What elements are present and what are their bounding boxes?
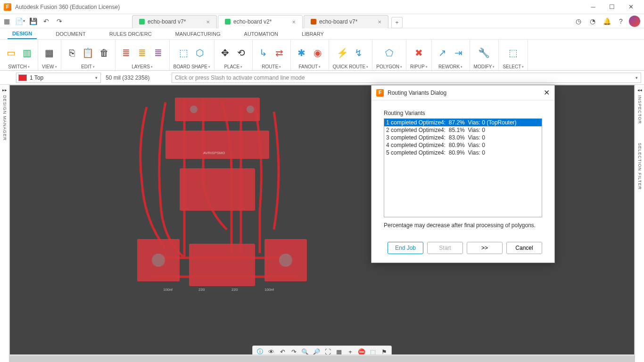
variant-row[interactable]: 2 completed Optimize4: 85.1% Vias: 0	[384, 126, 542, 134]
autoroute-icon[interactable]: ⚡	[336, 46, 350, 60]
ribbon-label: REWORK	[438, 64, 462, 69]
via-icon[interactable]: ◉	[311, 46, 325, 60]
document-tabs: echo-board v7* × echo-board v2* × echo-b…	[132, 14, 403, 28]
ribbon-group-select[interactable]: ⬚ SELECT	[499, 40, 528, 70]
next-button[interactable]: >>	[467, 242, 503, 254]
select-icon[interactable]: ⬚	[506, 46, 520, 60]
paste-icon[interactable]: 📋	[81, 46, 95, 60]
dialog-titlebar[interactable]: F Routing Variants Dialog ✕	[372, 85, 554, 100]
start-button[interactable]: Start	[427, 242, 463, 254]
ribbon-group-rework[interactable]: ↗⇥ REWORK	[432, 40, 470, 70]
ribbon-group-quick-route[interactable]: ⚡↯ QUICK ROUTE	[329, 40, 372, 70]
new-tab-button[interactable]: +	[391, 17, 403, 28]
command-line-input[interactable]: Click or press Slash to activate command…	[172, 73, 641, 83]
ribbon-toolbar: ▭▥ SWITCH ▦ VIEW ⎘📋🗑 EDIT ≣≣≣ LAYERS ⬚⬡ …	[0, 40, 644, 71]
variants-listbox[interactable]: 1 completed Optimize4: 87.2% Vias: 0 (To…	[384, 118, 542, 217]
polygon-icon[interactable]: ⬠	[382, 46, 396, 60]
user-avatar[interactable]	[629, 16, 640, 27]
move-icon[interactable]: ✥	[218, 46, 232, 60]
dialog-close-icon[interactable]: ✕	[544, 88, 550, 97]
save-icon[interactable]: 💾	[26, 15, 40, 28]
workspace-tab-design[interactable]: DESIGN	[8, 29, 37, 39]
ribbon-group-layers[interactable]: ≣≣≣ LAYERS	[116, 40, 170, 70]
scrollbar-thumb[interactable]	[9, 355, 635, 362]
left-panel-collapsed[interactable]: ▸▸ DESIGN MANAGER	[0, 85, 9, 362]
close-button[interactable]: ✕	[621, 0, 640, 14]
ribbon-group-route[interactable]: ↳⇄ ROUTE	[253, 40, 291, 70]
tab-close-icon[interactable]: ×	[206, 18, 210, 25]
maximize-button[interactable]: ☐	[603, 0, 621, 14]
job-status-icon[interactable]: ◔	[586, 15, 599, 27]
expand-icon[interactable]: ◂◂	[637, 88, 642, 92]
ribbon-group-place[interactable]: ✥⟲ PLACE	[215, 40, 253, 70]
push-icon[interactable]: ⇥	[452, 46, 466, 60]
variant-row[interactable]: 4 completed Optimize4: 80.9% Vias: 0	[384, 141, 542, 149]
document-tab[interactable]: echo-board v7* ×	[132, 15, 217, 28]
ribbon-label: SWITCH	[8, 64, 29, 69]
undo-icon[interactable]: ↶	[40, 15, 53, 28]
document-tab[interactable]: echo-board v2* ×	[218, 15, 303, 28]
grid-icon[interactable]: ▦	[42, 46, 57, 60]
copy-icon[interactable]: ⎘	[65, 46, 79, 60]
layer-selector[interactable]: 1 Top	[16, 73, 101, 83]
variant-row[interactable]: 3 completed Optimize4: 83.0% Vias: 0	[384, 134, 542, 141]
delete-icon[interactable]: 🗑	[97, 46, 111, 60]
board-icon[interactable]: ▥	[20, 46, 34, 60]
horizontal-scrollbar[interactable]	[9, 354, 635, 362]
ribbon-group-edit[interactable]: ⎘📋🗑 EDIT	[61, 40, 116, 70]
ribbon-group-view[interactable]: ▦ VIEW	[38, 40, 61, 70]
pcb-icon	[139, 19, 145, 25]
apps-icon[interactable]: ▦	[0, 15, 13, 28]
workspace-tab-rules[interactable]: RULES DRC/ERC	[105, 29, 157, 39]
tab-close-icon[interactable]: ×	[378, 18, 381, 25]
redo-icon[interactable]: ↷	[53, 15, 66, 28]
fanout-icon[interactable]: ✱	[295, 46, 309, 60]
outline-icon[interactable]: ⬚	[177, 46, 191, 60]
layers-icon[interactable]: ≣	[151, 46, 165, 60]
derive-icon[interactable]: ⬡	[193, 46, 207, 60]
schematic-icon[interactable]: ▭	[4, 46, 18, 60]
notifications-icon[interactable]: 🔔	[601, 15, 613, 27]
ribbon-group-fanout[interactable]: ✱◉ FANOUT	[291, 40, 329, 70]
ribbon-group-modify[interactable]: 🔧 MODIFY	[470, 40, 499, 70]
end-job-button[interactable]: End Job	[388, 242, 423, 254]
help-icon[interactable]: ?	[615, 15, 627, 27]
ripup-icon[interactable]: ✖	[412, 46, 426, 60]
tab-close-icon[interactable]: ×	[292, 18, 296, 25]
file-menu-icon[interactable]: 📄▾	[13, 15, 26, 28]
slide-icon[interactable]: ↗	[436, 46, 450, 60]
workspace-tab-document[interactable]: DOCUMENT	[51, 29, 91, 39]
workspace-tab-library[interactable]: LIBRARY	[297, 29, 329, 39]
cancel-button[interactable]: Cancel	[506, 242, 542, 254]
extensions-icon[interactable]: ◷	[572, 15, 585, 27]
variant-row[interactable]: 1 completed Optimize4: 87.2% Vias: 0 (To…	[384, 119, 542, 126]
ribbon-group-board-shape[interactable]: ⬚⬡ BOARD SHAPE	[170, 40, 215, 70]
app-title: Autodesk Fusion 360 (Education License)	[15, 4, 584, 10]
layers-icon[interactable]: ≣	[119, 46, 133, 60]
tab-label: echo-board v7*	[148, 18, 186, 25]
workspace-tab-manufacturing[interactable]: MANUFACTURING	[171, 29, 225, 39]
coordinate-readout: 50 mil (332 2358)	[106, 74, 167, 81]
minimize-button[interactable]: ─	[584, 0, 603, 14]
document-tab[interactable]: echo-board v7* ×	[304, 15, 388, 28]
workspace-tab-automation[interactable]: AUTOMATION	[239, 29, 283, 39]
variant-row[interactable]: 5 completed Optimize4: 80.9% Vias: 0	[384, 149, 542, 156]
ribbon-group-switch[interactable]: ▭▥ SWITCH	[0, 40, 38, 70]
quickroute-icon[interactable]: ↯	[352, 46, 366, 60]
app-logo-icon: F	[4, 3, 11, 11]
layers-icon[interactable]: ≣	[135, 46, 149, 60]
dialog-body: Routing Variants 1 completed Optimize4: …	[372, 100, 554, 236]
ribbon-label: POLYGON	[376, 64, 402, 69]
rotate-icon[interactable]: ⟲	[234, 46, 248, 60]
diffpair-icon[interactable]: ⇄	[272, 46, 287, 60]
right-panel-collapsed[interactable]: ◂◂ INSPECTOR SELECTION FILTER	[635, 85, 644, 362]
ribbon-group-polygon[interactable]: ⬠ POLYGON	[372, 40, 406, 70]
tab-label: echo-board v2*	[233, 18, 272, 25]
tab-label: echo-board v7*	[319, 18, 357, 25]
ribbon-group-ripup[interactable]: ✖ RIPUP	[406, 40, 432, 70]
ribbon-label: ROUTE	[262, 64, 281, 69]
route-icon[interactable]: ↳	[256, 46, 271, 60]
expand-icon[interactable]: ▸▸	[2, 88, 7, 92]
svg-point-6	[152, 254, 165, 267]
wrench-icon[interactable]: 🔧	[477, 46, 491, 60]
